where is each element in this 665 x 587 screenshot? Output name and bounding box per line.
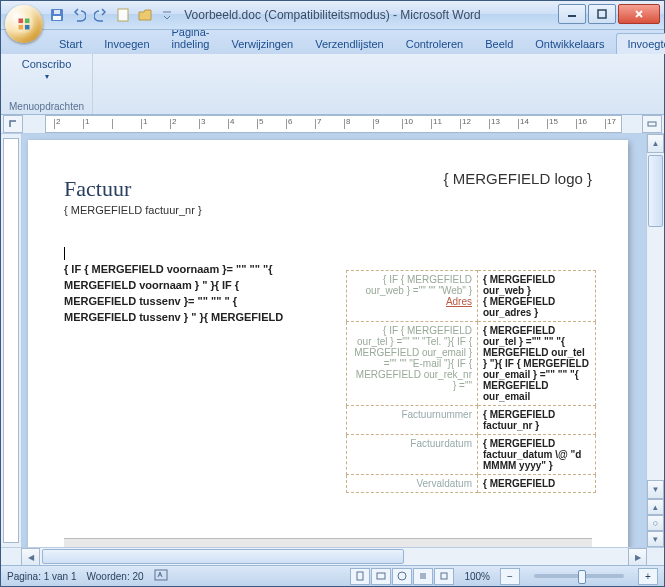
minimize-button[interactable] [558, 4, 586, 24]
draft-view-button[interactable] [434, 568, 454, 585]
svg-point-0 [15, 15, 33, 33]
print-layout-view-button[interactable] [350, 568, 370, 585]
line-items-table: Omschrijving Aantal Stukprijs Bedrag { M… [64, 538, 592, 547]
quick-access-toolbar [49, 7, 175, 23]
outline-view-button[interactable] [413, 568, 433, 585]
vertical-scrollbar[interactable]: ▲ ▼ ▴ ○ ▾ [646, 134, 664, 547]
next-page-button[interactable]: ▾ [647, 531, 664, 547]
tab-invoegtoepassingen[interactable]: Invoegtoepassingen [616, 33, 665, 54]
svg-rect-4 [25, 25, 30, 30]
svg-rect-11 [648, 122, 656, 126]
chevron-down-icon: ▾ [45, 72, 49, 81]
tab-beeld[interactable]: Beeld [475, 34, 523, 54]
svg-rect-13 [357, 572, 363, 580]
fullscreen-reading-view-button[interactable] [371, 568, 391, 585]
undo-icon[interactable] [71, 7, 87, 23]
previous-page-button[interactable]: ▴ [647, 499, 664, 515]
tab-controleren[interactable]: Controleren [396, 34, 473, 54]
cell-factuurnummer-label: Factuurnummer [347, 406, 478, 435]
word-window: Voorbeeld.doc (Compatibiliteitsmodus) - … [0, 0, 665, 587]
tab-selector-button[interactable] [3, 115, 23, 133]
vertical-ruler[interactable] [1, 134, 22, 547]
tab-verwijzingen[interactable]: Verwijzingen [221, 34, 303, 54]
cell-adres-value: { MERGEFIELD our_adres } [483, 296, 555, 318]
tab-verzendlijsten[interactable]: Verzendlijsten [305, 34, 394, 54]
statusbar: Pagina: 1 van 1 Woorden: 20 100% − + [1, 565, 664, 586]
scroll-track[interactable] [647, 153, 664, 480]
svg-point-15 [398, 572, 406, 580]
text-cursor [64, 247, 65, 260]
ribbon-tabs: Start Invoegen Pagina-indeling Verwijzin… [1, 30, 664, 54]
maximize-button[interactable] [588, 4, 616, 24]
office-button[interactable] [5, 5, 43, 43]
view-buttons [350, 568, 454, 585]
document-page: { MERGEFIELD logo } Factuur { MERGEFIELD… [28, 140, 628, 547]
svg-rect-6 [53, 16, 61, 20]
status-page[interactable]: Pagina: 1 van 1 [7, 571, 77, 582]
document-area: { MERGEFIELD logo } Factuur { MERGEFIELD… [1, 134, 664, 547]
tab-start[interactable]: Start [49, 34, 92, 54]
cell-contact-label: { IF { MERGEFIELD our_tel } ="" "" "Tel.… [354, 325, 472, 391]
redo-icon[interactable] [93, 7, 109, 23]
col-bedrag: Bedrag [476, 538, 592, 547]
cell-contact-value: { MERGEFIELD our_tel } ="" "" "{ MERGEFI… [478, 322, 596, 406]
browse-object-button[interactable]: ○ [647, 515, 664, 531]
ribbon-group-label: Menuopdrachten [9, 101, 84, 112]
recipient-block: { IF { MERGEFIELD voornaam }= "" "" "{ M… [64, 246, 304, 326]
web-layout-view-button[interactable] [392, 568, 412, 585]
zoom-in-button[interactable]: + [638, 568, 658, 585]
cell-web-value: { MERGEFIELD our_web } [483, 274, 555, 296]
status-words[interactable]: Woorden: 20 [87, 571, 144, 582]
titlebar: Voorbeeld.doc (Compatibiliteitsmodus) - … [1, 1, 664, 30]
ruler-toggle-button[interactable] [642, 115, 662, 133]
svg-rect-10 [598, 10, 606, 18]
zoom-slider[interactable] [534, 574, 624, 578]
open-icon[interactable] [137, 7, 153, 23]
cell-factuurdatum-value: { MERGEFIELD factuur_datum \@ "d MMMM yy… [478, 435, 596, 475]
status-language-icon[interactable] [154, 569, 168, 583]
scroll-thumb[interactable] [648, 155, 663, 227]
cell-vervaldatum-label: Vervaldatum [347, 475, 478, 493]
logo-mergefield: { MERGEFIELD logo } [444, 170, 592, 187]
conscribo-label: Conscribo [22, 58, 72, 70]
conscribo-button[interactable]: Conscribo ▾ [9, 58, 84, 81]
col-aantal: Aantal [284, 538, 380, 547]
scroll-down-button[interactable]: ▼ [647, 480, 664, 499]
svg-rect-8 [118, 9, 128, 21]
cell-factuurnummer-value: { MERGEFIELD factuur_nr } [478, 406, 596, 435]
page-viewport[interactable]: { MERGEFIELD logo } Factuur { MERGEFIELD… [22, 134, 646, 547]
svg-rect-1 [19, 19, 24, 24]
tab-invoegen[interactable]: Invoegen [94, 34, 159, 54]
svg-rect-16 [441, 573, 447, 579]
ribbon: Conscribo ▾ Menuopdrachten [1, 54, 664, 115]
scroll-track-h[interactable] [40, 548, 628, 565]
svg-rect-3 [19, 25, 24, 30]
sender-info-table: { IF { MERGEFIELD our_web } ="" "" "Web"… [346, 270, 596, 493]
new-icon[interactable] [115, 7, 131, 23]
horizontal-ruler-row: 21123456789101112131415161718 [1, 115, 664, 134]
cell-web-label: { IF { MERGEFIELD our_web } ="" "" "Web"… [366, 274, 472, 296]
scroll-up-button[interactable]: ▲ [647, 134, 664, 153]
cell-adres-label: Adres [446, 296, 472, 307]
close-button[interactable] [618, 4, 660, 24]
save-icon[interactable] [49, 7, 65, 23]
cell-factuurdatum-label: Factuurdatum [347, 435, 478, 475]
tab-ontwikkelaars[interactable]: Ontwikkelaars [525, 34, 614, 54]
cell-vervaldatum-value: { MERGEFIELD [478, 475, 596, 493]
qat-dropdown-icon[interactable] [159, 7, 175, 23]
col-stukprijs: Stukprijs [380, 538, 476, 547]
ribbon-group-menuopdrachten: Conscribo ▾ Menuopdrachten [1, 54, 93, 114]
horizontal-ruler[interactable]: 21123456789101112131415161718 [45, 115, 622, 133]
invoice-number-field: { MERGEFIELD factuur_nr } [64, 204, 592, 216]
table-header-row: Omschrijving Aantal Stukprijs Bedrag [64, 538, 592, 547]
svg-rect-14 [377, 573, 385, 579]
recipient-mergefield-text: { IF { MERGEFIELD voornaam }= "" "" "{ M… [64, 263, 283, 323]
svg-rect-2 [25, 19, 30, 24]
zoom-level[interactable]: 100% [464, 571, 490, 582]
zoom-out-button[interactable]: − [500, 568, 520, 585]
scroll-thumb-h[interactable] [42, 549, 404, 564]
col-omschrijving: Omschrijving [64, 538, 284, 547]
horizontal-scrollbar[interactable]: ◀ ▶ [1, 547, 664, 565]
zoom-slider-knob[interactable] [578, 570, 586, 584]
svg-rect-7 [54, 10, 60, 14]
